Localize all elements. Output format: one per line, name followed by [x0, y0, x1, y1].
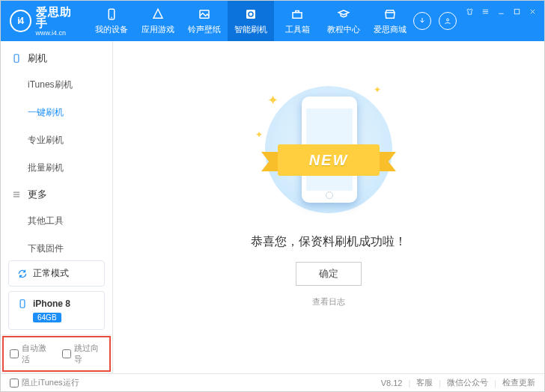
maximize-icon[interactable]: [513, 5, 521, 19]
success-illustration: ✦ ✦ ✦ NEW: [254, 86, 404, 213]
nav-toolbox[interactable]: 工具箱: [274, 1, 320, 41]
support-link[interactable]: 客服: [416, 377, 433, 388]
nav-store[interactable]: 爱思商城: [367, 1, 413, 41]
device-info[interactable]: iPhone 8 64GB: [8, 291, 105, 330]
sparkle-icon: ✦: [255, 129, 263, 140]
svg-point-5: [447, 19, 449, 21]
logo-icon: i4: [10, 10, 31, 32]
version-label: V8.12: [381, 379, 403, 388]
header-actions: [413, 12, 466, 30]
nav-apps-games[interactable]: 应用游戏: [135, 1, 181, 41]
skin-icon[interactable]: [466, 5, 474, 19]
phone-icon: [11, 53, 22, 64]
sidebar: 刷机 iTunes刷机 一键刷机 专业刷机 批量刷机 更多 其他工具 下载固件 …: [1, 41, 113, 373]
block-itunes-checkbox[interactable]: 阻止iTunes运行: [10, 377, 79, 388]
auto-activate-checkbox[interactable]: 自动激活: [10, 343, 52, 365]
view-log-link[interactable]: 查看日志: [312, 296, 345, 307]
sidebar-item-download-firmware[interactable]: 下载固件: [1, 235, 112, 256]
success-message: 恭喜您，保资料刷机成功啦！: [251, 234, 407, 250]
nav-my-devices[interactable]: 我的设备: [88, 1, 135, 41]
ok-button[interactable]: 确定: [296, 262, 362, 286]
refresh-icon: [16, 268, 28, 280]
download-button[interactable]: [413, 12, 431, 30]
menu-icon[interactable]: [481, 5, 490, 19]
device-capacity-badge: 64GB: [33, 313, 61, 322]
wechat-link[interactable]: 微信公众号: [447, 377, 488, 388]
sidebar-item-batch-flash[interactable]: 批量刷机: [1, 154, 112, 182]
sidebar-item-pro-flash[interactable]: 专业刷机: [1, 126, 112, 154]
sidebar-section-more[interactable]: 更多: [1, 182, 112, 207]
device-name: iPhone 8: [33, 298, 70, 309]
nav-ringtone-wallpaper[interactable]: 铃声壁纸: [181, 1, 228, 41]
main-panel: ✦ ✦ ✦ NEW 恭喜您，保资料刷机成功啦！ 确定 查看日志: [113, 41, 544, 373]
store-icon: [383, 7, 397, 21]
flash-options: 自动激活 跳过向导: [1, 334, 112, 373]
sparkle-icon: ✦: [267, 92, 278, 108]
phone-icon: [16, 298, 28, 310]
svg-rect-17: [20, 300, 25, 308]
refresh-icon: [244, 7, 258, 21]
logo-title: 爱思助手: [36, 6, 81, 28]
top-nav: 我的设备 应用游戏 铃声壁纸 智能刷机 工具箱 教程中心 爱思商城: [88, 1, 413, 41]
logo: i4 爱思助手 www.i4.cn: [1, 6, 88, 37]
toolbox-icon: [290, 7, 304, 21]
list-icon: [11, 189, 22, 200]
nav-smart-flash[interactable]: 智能刷机: [228, 1, 274, 41]
svg-rect-13: [14, 55, 19, 63]
sidebar-item-other-tools[interactable]: 其他工具: [1, 207, 112, 235]
close-icon[interactable]: [529, 5, 537, 19]
new-ribbon: NEW: [261, 144, 396, 176]
check-update-link[interactable]: 检查更新: [502, 377, 535, 388]
title-bar: i4 爱思助手 www.i4.cn 我的设备 应用游戏 铃声壁纸 智能刷机 工具…: [1, 1, 544, 41]
user-button[interactable]: [439, 12, 457, 30]
sidebar-section-flash[interactable]: 刷机: [1, 46, 112, 71]
window-controls: [466, 1, 544, 41]
logo-subtitle: www.i4.cn: [36, 30, 81, 37]
image-icon: [198, 7, 211, 21]
sidebar-item-itunes-flash[interactable]: iTunes刷机: [1, 71, 112, 99]
appstore-icon: [151, 7, 165, 21]
skip-guide-checkbox[interactable]: 跳过向导: [62, 343, 104, 365]
sidebar-item-one-click-flash[interactable]: 一键刷机: [1, 99, 112, 126]
minimize-icon[interactable]: [497, 5, 505, 19]
svg-rect-3: [246, 10, 255, 19]
device-mode[interactable]: 正常模式: [8, 260, 105, 287]
status-bar: 阻止iTunes运行 V8.12 | 客服 | 微信公众号 | 检查更新: [1, 373, 544, 391]
sparkle-icon: ✦: [374, 85, 381, 95]
nav-tutorials[interactable]: 教程中心: [320, 1, 367, 41]
phone-icon: [105, 7, 118, 21]
svg-rect-10: [514, 9, 519, 13]
svg-rect-4: [293, 12, 302, 18]
graduation-icon: [337, 7, 350, 21]
